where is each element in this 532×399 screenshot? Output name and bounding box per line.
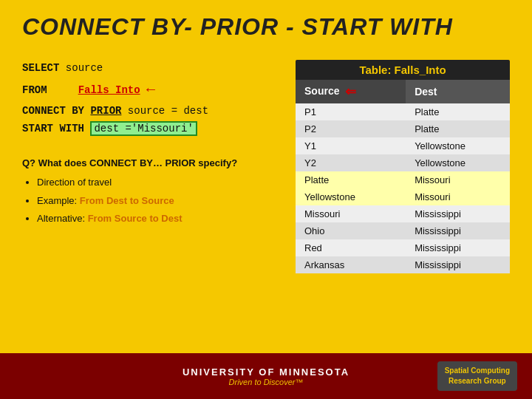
- table-cell-source: Arkansas: [296, 256, 406, 273]
- table-title: Table: Falls_Into: [296, 60, 510, 80]
- table-cell-dest: Mississippi: [406, 205, 510, 222]
- table-row: ArkansasMississippi: [296, 256, 510, 273]
- question-title: Q? What does CONNECT BY… PRIOR specify?: [22, 155, 281, 171]
- footer-logo: University of Minnesota Driven to Discov…: [183, 366, 349, 386]
- code-line-4: START WITH dest ='Missouri': [22, 120, 281, 138]
- header: CONNECT BY- PRIOR - START WITH: [0, 0, 532, 48]
- table-cell-dest: Mississippi: [406, 239, 510, 256]
- bullet-list: Direction of travel Example: From Dest t…: [22, 174, 281, 226]
- footer: University of Minnesota Driven to Discov…: [0, 353, 532, 399]
- table-row: Y2Yellowstone: [296, 154, 510, 171]
- badge-line1: Spatial Computing: [445, 366, 510, 375]
- table-cell-source: Yellowstone: [296, 188, 406, 205]
- table-cell-dest: Missouri: [406, 171, 510, 188]
- code-line-3: CONNECT BY PRIOR source = dest: [22, 103, 281, 120]
- table-row: YellowstoneMissouri: [296, 188, 510, 205]
- table-row: P2Platte: [296, 120, 510, 137]
- header-arrow-icon: ⇐: [345, 83, 356, 100]
- bullet-2: Example: From Dest to Source: [37, 193, 281, 209]
- table-title-name: Falls_Into: [395, 64, 446, 76]
- left-panel: SELECT SELECT sourcesource FROM Falls_In…: [22, 60, 281, 273]
- table-body: P1PlatteP2PlatteY1YellowstoneY2Yellowsto…: [296, 103, 510, 273]
- table-row: P1Platte: [296, 103, 510, 120]
- table-title-prefix: Table:: [359, 64, 394, 76]
- table-cell-source: Platte: [296, 171, 406, 188]
- table-cell-dest: Platte: [406, 120, 510, 137]
- code-line-2: FROM Falls_Into ←: [22, 78, 281, 103]
- table-row: Y1Yellowstone: [296, 137, 510, 154]
- table-cell-dest: Mississippi: [406, 256, 510, 273]
- question-block: Q? What does CONNECT BY… PRIOR specify? …: [22, 155, 281, 228]
- page-title: CONNECT BY- PRIOR - START WITH: [22, 13, 510, 41]
- table-cell-source: Missouri: [296, 205, 406, 222]
- code-line-1: SELECT SELECT sourcesource: [22, 60, 281, 78]
- right-panel: Table: Falls_Into Source ⇐ Dest P1Platte…: [296, 60, 510, 273]
- arrow-icon: ←: [146, 78, 155, 103]
- start-with-value: dest ='Missouri': [90, 121, 197, 136]
- table-row: RedMississippi: [296, 239, 510, 256]
- table-cell-dest: Mississippi: [406, 222, 510, 239]
- badge-line2: Research Group: [449, 377, 506, 385]
- university-tagline: Driven to Discover™: [229, 378, 304, 386]
- bullet-3: Alternative: From Source to Dest: [37, 211, 281, 227]
- footer-badge: Spatial Computing Research Group: [437, 361, 517, 391]
- col-header-source: Source ⇐: [296, 80, 406, 103]
- code-block: SELECT SELECT sourcesource FROM Falls_In…: [22, 60, 281, 137]
- col-header-dest: Dest: [406, 80, 510, 103]
- table-row: PlatteMissouri: [296, 171, 510, 188]
- table-cell-source: P1: [296, 103, 406, 120]
- university-name: University of Minnesota: [183, 366, 349, 378]
- table-cell-dest: Yellowstone: [406, 137, 510, 154]
- table-cell-source: Ohio: [296, 222, 406, 239]
- table-row: MissouriMississippi: [296, 205, 510, 222]
- table-cell-dest: Yellowstone: [406, 154, 510, 171]
- table-cell-source: P2: [296, 120, 406, 137]
- data-table: Source ⇐ Dest P1PlatteP2PlatteY1Yellowst…: [296, 80, 510, 273]
- table-header-row: Source ⇐ Dest: [296, 80, 510, 103]
- table-cell-dest: Missouri: [406, 188, 510, 205]
- main-content: SELECT SELECT sourcesource FROM Falls_In…: [0, 52, 532, 281]
- table-row: OhioMississippi: [296, 222, 510, 239]
- table-cell-source: Y2: [296, 154, 406, 171]
- table-cell-dest: Platte: [406, 103, 510, 120]
- table-cell-source: Red: [296, 239, 406, 256]
- table-cell-source: Y1: [296, 137, 406, 154]
- bullet-1: Direction of travel: [37, 174, 281, 191]
